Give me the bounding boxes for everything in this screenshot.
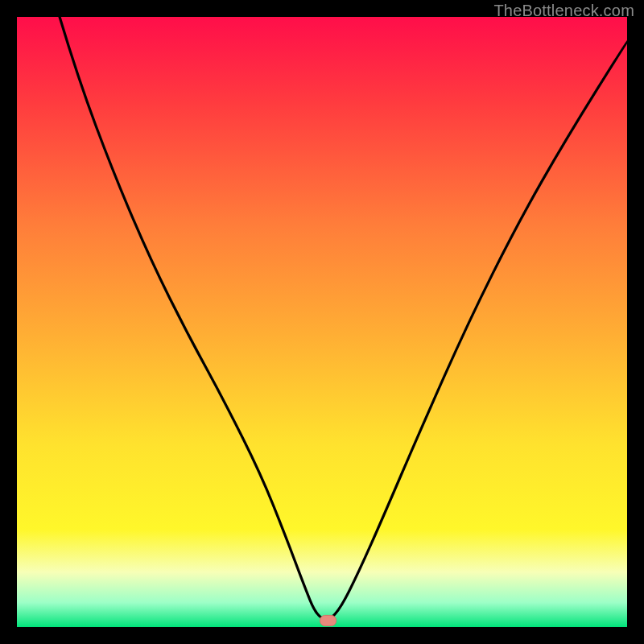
gradient-background xyxy=(17,17,627,627)
chart-frame: TheBottleneck.com xyxy=(0,0,644,644)
plot-area xyxy=(17,17,627,627)
optimal-point-marker xyxy=(320,615,336,625)
chart-svg xyxy=(17,17,627,627)
watermark-text: TheBottleneck.com xyxy=(493,2,634,20)
